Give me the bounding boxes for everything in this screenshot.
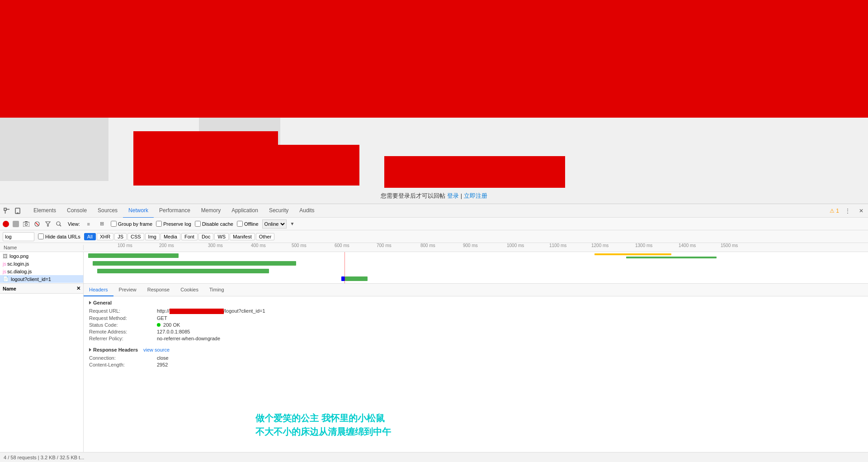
filter-img[interactable]: Img bbox=[145, 233, 160, 240]
devtools-tabs: Elements Console Sources Network Perform… bbox=[24, 204, 828, 217]
right-panel: Headers Preview Response Cookies Timing … bbox=[84, 284, 868, 452]
timeline-header: Name 100 ms 200 ms 300 ms 400 ms 500 ms … bbox=[0, 243, 868, 252]
tab-security[interactable]: Security bbox=[264, 204, 294, 218]
preserve-log-checkbox[interactable] bbox=[156, 221, 162, 227]
list-item[interactable]: 🖼 logo.png bbox=[0, 252, 83, 260]
connection-value: close bbox=[157, 355, 169, 361]
close-detail-button[interactable]: ✕ bbox=[76, 286, 80, 291]
list-item-selected[interactable]: 📄 logout?client_id=1 bbox=[0, 275, 83, 283]
request-method-label: Request Method: bbox=[89, 315, 157, 321]
stop-recording-button[interactable] bbox=[13, 221, 19, 227]
wf-bar-login-js bbox=[93, 261, 296, 266]
hide-data-urls-checkbox[interactable] bbox=[38, 233, 44, 239]
general-section-header[interactable]: General bbox=[89, 300, 863, 305]
waterfall-area: 🖼 logo.png js sc.login.js js sc.dialog.j… bbox=[0, 252, 868, 284]
detail-tab-preview[interactable]: Preview bbox=[113, 284, 142, 296]
name-column-header: Name bbox=[0, 245, 84, 250]
tab-sources[interactable]: Sources bbox=[92, 204, 123, 218]
tick-1000ms: 1000 ms bbox=[507, 243, 524, 248]
filter-js[interactable]: JS bbox=[114, 233, 127, 240]
search-icon[interactable] bbox=[55, 220, 62, 228]
device-mode-button[interactable] bbox=[13, 206, 23, 216]
status-bar: 4 / 58 requests | 3.2 KB / 32.5 KB t... bbox=[0, 452, 868, 462]
record-button[interactable] bbox=[3, 221, 9, 227]
hide-data-urls-label[interactable]: Hide data URLs bbox=[38, 233, 80, 239]
group-frame-checkbox[interactable] bbox=[111, 221, 117, 227]
offline-checkbox[interactable] bbox=[237, 221, 243, 227]
filter-font[interactable]: Font bbox=[181, 233, 198, 240]
tick-700ms: 700 ms bbox=[377, 243, 392, 248]
search-input[interactable] bbox=[3, 232, 34, 241]
tick-800ms: 800 ms bbox=[420, 243, 435, 248]
filter-css[interactable]: CSS bbox=[127, 233, 144, 240]
detail-tab-headers[interactable]: Headers bbox=[84, 284, 113, 296]
clear-button[interactable] bbox=[33, 220, 41, 228]
svg-marker-10 bbox=[46, 222, 50, 226]
filter-other[interactable]: Other bbox=[256, 233, 275, 240]
tab-audits[interactable]: Audits bbox=[294, 204, 320, 218]
detail-content: General Request URL: http:///logout?clie… bbox=[84, 296, 868, 452]
content-length-row: Content-Length: 2952 bbox=[89, 362, 863, 367]
filter-tabs: All XHR JS CSS Img Media Font Doc WS Man… bbox=[84, 233, 275, 240]
tick-200ms: 200 ms bbox=[159, 243, 174, 248]
request-method-row: Request Method: GET bbox=[89, 315, 863, 321]
filter-xhr[interactable]: XHR bbox=[97, 233, 113, 240]
detail-tabs: Headers Preview Response Cookies Timing bbox=[84, 284, 868, 296]
filter-toolbar: Hide data URLs All XHR JS CSS Img Media … bbox=[0, 230, 868, 243]
waterfall-bars bbox=[84, 252, 868, 283]
tab-performance[interactable]: Performance bbox=[154, 204, 196, 218]
tab-elements[interactable]: Elements bbox=[28, 204, 61, 218]
filter-ws[interactable]: WS bbox=[214, 233, 229, 240]
camera-button[interactable] bbox=[23, 220, 30, 228]
warning-badge: ⚠ 1 bbox=[830, 208, 839, 214]
preserve-log-label[interactable]: Preserve log bbox=[156, 221, 191, 227]
js-icon: js bbox=[3, 261, 6, 267]
detail-tab-timing[interactable]: Timing bbox=[204, 284, 230, 296]
login-link[interactable]: 登录 bbox=[447, 192, 459, 199]
devtools-toolbar: Elements Console Sources Network Perform… bbox=[0, 204, 868, 218]
detail-tab-cookies[interactable]: Cookies bbox=[175, 284, 204, 296]
filter-doc[interactable]: Doc bbox=[198, 233, 214, 240]
disable-cache-label[interactable]: Disable cache bbox=[195, 221, 233, 227]
list-item[interactable]: js sc.login.js bbox=[0, 260, 83, 267]
tab-console[interactable]: Console bbox=[61, 204, 92, 218]
tab-network[interactable]: Network bbox=[123, 204, 154, 218]
throttle-select[interactable]: Online bbox=[262, 219, 287, 229]
filter-manifest[interactable]: Manifest bbox=[230, 233, 255, 240]
group-frame-label[interactable]: Group by frame bbox=[111, 221, 152, 227]
tick-900ms: 900 ms bbox=[463, 243, 478, 248]
register-link[interactable]: 立即注册 bbox=[464, 192, 487, 199]
request-method-value: GET bbox=[157, 315, 167, 321]
view-list-icon[interactable]: ≡ bbox=[84, 219, 94, 229]
tab-memory[interactable]: Memory bbox=[196, 204, 226, 218]
svg-rect-5 bbox=[23, 222, 29, 227]
tick-600ms: 600 ms bbox=[335, 243, 349, 248]
more-options-button[interactable]: ⋮ bbox=[843, 206, 853, 216]
close-devtools-button[interactable]: ✕ bbox=[856, 206, 866, 216]
devtools-right-icons: ⚠ 1 ⋮ ✕ bbox=[830, 206, 866, 216]
connection-row: Connection: close bbox=[89, 355, 863, 361]
connection-label: Connection: bbox=[89, 355, 157, 361]
filter-all[interactable]: All bbox=[84, 233, 96, 240]
list-item[interactable]: js sc.dialog.js bbox=[0, 267, 83, 275]
filter-button[interactable] bbox=[44, 220, 52, 228]
webpage-area: 您需要登录后才可以回帖 登录 | 立即注册 bbox=[0, 0, 868, 204]
filter-media[interactable]: Media bbox=[160, 233, 180, 240]
svg-rect-7 bbox=[25, 221, 28, 222]
tick-300ms: 300 ms bbox=[208, 243, 223, 248]
response-headers-section-header[interactable]: Response Headers view source bbox=[89, 347, 863, 352]
offline-label[interactable]: Offline bbox=[237, 221, 259, 227]
network-toolbar: View: ≡ ⊞ Group by frame Preserve log Di… bbox=[0, 218, 868, 230]
view-source-link[interactable]: view source bbox=[143, 347, 170, 352]
view-grid-icon[interactable]: ⊞ bbox=[97, 219, 107, 229]
content-block-red-1 bbox=[133, 131, 278, 186]
tick-1200ms: 1200 ms bbox=[591, 243, 609, 248]
throttle-chevron-icon: ▼ bbox=[290, 221, 295, 226]
url-redacted bbox=[170, 309, 224, 314]
disable-cache-checkbox[interactable] bbox=[195, 221, 201, 227]
inspect-element-button[interactable] bbox=[2, 206, 12, 216]
cn-text-overlay: 做个爱笑的公主 我怀里的小松鼠 不大不小的床边从清晨缠绵到中午 bbox=[255, 411, 391, 438]
tab-application[interactable]: Application bbox=[226, 204, 264, 218]
cn-line2: 不大不小的床边从清晨缠绵到中午 bbox=[255, 425, 391, 438]
detail-tab-response[interactable]: Response bbox=[142, 284, 175, 296]
